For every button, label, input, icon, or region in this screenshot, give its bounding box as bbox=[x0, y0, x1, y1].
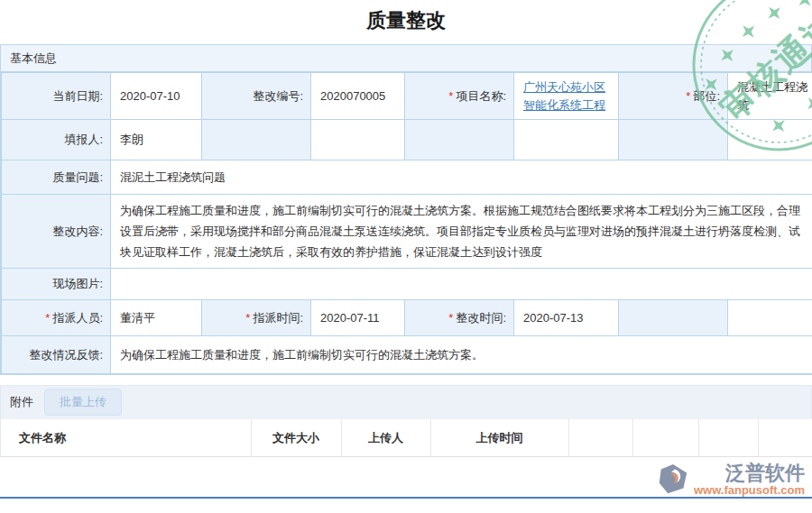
table-row: 整改情况反馈: 为确保工程施工质量和进度，施工前编制切实可行的混凝土浇筑方案。 bbox=[2, 336, 812, 374]
field-feedback-value: 为确保工程施工质量和进度，施工前编制切实可行的混凝土浇筑方案。 bbox=[111, 336, 812, 374]
attachments-header-row: 文件名称 文件大小 上传人 上传时间 bbox=[1, 419, 812, 457]
field-rectify-content-value: 为确保工程施工质量和进度，施工前编制切实可行的混凝土浇筑方案。根据施工规范结合图… bbox=[111, 195, 812, 269]
empty-cell bbox=[619, 120, 728, 160]
table-row: 现场图片: bbox=[2, 269, 812, 300]
field-assign-time-value: 2020-07-11 bbox=[311, 300, 405, 336]
field-site-photo-label: 现场图片: bbox=[2, 269, 111, 300]
column-header-upload-time: 上传时间 bbox=[430, 419, 568, 457]
field-current-date-label: 当前日期: bbox=[2, 73, 111, 120]
column-header-empty bbox=[632, 419, 698, 457]
attachments-table: 文件名称 文件大小 上传人 上传时间 bbox=[1, 418, 812, 457]
field-current-date-value: 2020-07-10 bbox=[111, 73, 202, 120]
basic-info-section-title: 基本信息 bbox=[1, 45, 811, 72]
field-label-text: 指派时间: bbox=[253, 311, 303, 325]
field-rectify-time-value: 2020-07-13 bbox=[514, 300, 619, 336]
required-asterisk: * bbox=[686, 89, 690, 103]
brand-logo: 泛普软件 www.fanpusoft.com bbox=[656, 463, 805, 497]
field-quality-problem-value: 混泥土工程浇筑问题 bbox=[111, 160, 812, 195]
field-assign-time-label: *指派时间: bbox=[202, 300, 311, 336]
field-label-text: 整改时间: bbox=[456, 311, 506, 325]
field-site-photo-value bbox=[111, 269, 812, 300]
field-assignee-value: 董清平 bbox=[111, 300, 202, 336]
empty-cell bbox=[405, 120, 514, 160]
field-rectify-time-label: *整改时间: bbox=[405, 300, 514, 336]
basic-info-table: 当前日期: 2020-07-10 整改编号: 2020070005 *项目名称:… bbox=[1, 72, 812, 374]
brand-url: www.fanpusoft.com bbox=[694, 483, 805, 497]
page-title: 质量整改 bbox=[0, 0, 812, 44]
basic-info-section: 基本信息 当前日期: 2020-07-10 整改编号: 2020070005 *… bbox=[0, 44, 812, 375]
table-row: 当前日期: 2020-07-10 整改编号: 2020070005 *项目名称:… bbox=[2, 73, 812, 120]
field-rectify-no-value: 2020070005 bbox=[311, 73, 405, 120]
empty-cell bbox=[728, 300, 812, 336]
empty-cell bbox=[728, 120, 812, 160]
empty-cell bbox=[619, 300, 728, 336]
column-header-file-size: 文件大小 bbox=[251, 419, 341, 457]
table-row: 质量问题: 混泥土工程浇筑问题 bbox=[2, 160, 812, 195]
empty-cell bbox=[311, 120, 405, 160]
required-asterisk: * bbox=[45, 311, 50, 325]
field-label-text: 部位: bbox=[693, 89, 720, 103]
field-part-label: *部位: bbox=[619, 73, 728, 120]
field-part-value: 混凝土工程浇筑 bbox=[728, 73, 812, 120]
empty-cell bbox=[514, 120, 619, 160]
field-label-text: 指派人员: bbox=[52, 311, 103, 325]
column-header-uploader: 上传人 bbox=[341, 419, 430, 457]
field-project-name-label: *项目名称: bbox=[405, 73, 514, 120]
brand-name: 泛普软件 bbox=[694, 463, 805, 483]
bottom-divider bbox=[0, 497, 812, 499]
field-filler-value: 李朗 bbox=[111, 120, 202, 160]
field-rectify-content-label: 整改内容: bbox=[2, 195, 111, 269]
table-row: *指派人员: 董清平 *指派时间: 2020-07-11 *整改时间: 2020… bbox=[2, 300, 812, 336]
field-feedback-label: 整改情况反馈: bbox=[2, 336, 111, 374]
fanpu-logo-icon bbox=[656, 463, 690, 497]
required-asterisk: * bbox=[245, 311, 250, 325]
attachments-header: 附件 批量上传 bbox=[1, 386, 811, 418]
table-row: 整改内容: 为确保工程施工质量和进度，施工前编制切实可行的混凝土浇筑方案。根据施… bbox=[2, 195, 812, 269]
batch-upload-button[interactable]: 批量上传 bbox=[44, 389, 122, 416]
table-row: 填报人: 李朗 bbox=[2, 120, 812, 160]
field-project-name-value: 广州天心苑小区智能化系统工程 bbox=[514, 73, 619, 120]
field-assignee-label: *指派人员: bbox=[2, 300, 111, 336]
field-filler-label: 填报人: bbox=[2, 120, 111, 160]
required-asterisk: * bbox=[448, 89, 453, 103]
required-asterisk: * bbox=[448, 311, 453, 325]
field-quality-problem-label: 质量问题: bbox=[2, 160, 111, 195]
footer: 泛普软件 www.fanpusoft.com bbox=[0, 457, 812, 502]
attachments-section: 附件 批量上传 文件名称 文件大小 上传人 上传时间 bbox=[0, 385, 812, 457]
column-header-empty bbox=[698, 419, 758, 457]
column-header-empty bbox=[568, 419, 632, 457]
column-header-empty bbox=[758, 419, 812, 457]
attachments-section-title: 附件 bbox=[10, 394, 33, 410]
field-label-text: 项目名称: bbox=[456, 89, 506, 103]
empty-cell bbox=[202, 120, 311, 160]
column-header-file-name: 文件名称 bbox=[1, 419, 251, 457]
project-link[interactable]: 广州天心苑小区智能化系统工程 bbox=[523, 80, 605, 112]
field-rectify-no-label: 整改编号: bbox=[202, 73, 311, 120]
